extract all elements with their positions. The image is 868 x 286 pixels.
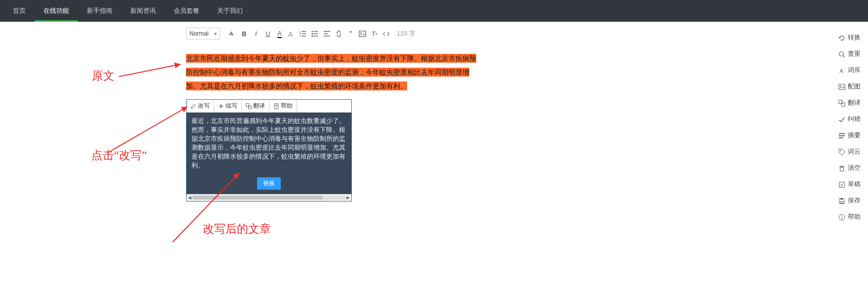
list-icon: [838, 132, 845, 139]
svg-point-33: [840, 150, 841, 151]
svg-rect-2: [302, 31, 306, 31]
svg-rect-6: [302, 36, 306, 36]
nav-membership[interactable]: 会员套餐: [165, 0, 208, 22]
svg-point-27: [840, 85, 841, 86]
code-icon[interactable]: [381, 28, 392, 39]
svg-rect-13: [324, 31, 330, 31]
trash-icon: [838, 165, 845, 172]
refresh-icon: [838, 35, 845, 41]
side-correct[interactable]: 纠错: [834, 111, 868, 127]
scroll-right-icon[interactable]: ▶: [346, 195, 350, 200]
popup-toolbar: 改写 续写 翻译 帮助: [187, 100, 351, 113]
nav-online-tools[interactable]: 在线功能: [35, 0, 78, 22]
side-draft[interactable]: 草稿: [834, 176, 868, 193]
side-clear[interactable]: 清空: [834, 160, 868, 176]
bold-icon[interactable]: B: [239, 28, 250, 39]
side-convert[interactable]: 转换: [834, 30, 868, 46]
annotation-original: 原文: [92, 68, 114, 83]
svg-text:A: A: [229, 31, 233, 37]
replace-button[interactable]: 替换: [257, 177, 281, 190]
link-icon[interactable]: [334, 28, 344, 39]
popup-action-continue[interactable]: 续写: [214, 100, 242, 112]
tag-icon: [838, 149, 845, 156]
underline-icon[interactable]: U: [263, 28, 273, 39]
align-icon[interactable]: [322, 28, 333, 39]
side-lexicon[interactable]: A词库: [834, 62, 868, 79]
format-select[interactable]: Normal: [186, 28, 220, 40]
italic-icon[interactable]: I: [251, 28, 262, 39]
ordered-list-icon[interactable]: 123: [298, 28, 309, 39]
svg-text:A: A: [839, 68, 844, 74]
image-icon: [838, 83, 845, 90]
svg-rect-19: [248, 106, 251, 109]
svg-text:?: ?: [841, 215, 843, 220]
nav-news[interactable]: 新闻资讯: [121, 0, 165, 22]
svg-rect-38: [840, 201, 843, 203]
nav-home[interactable]: 首页: [4, 0, 35, 22]
svg-line-42: [119, 64, 181, 77]
scroll-left-icon[interactable]: ◀: [188, 195, 191, 200]
font-color-icon[interactable]: A: [274, 28, 285, 39]
svg-rect-39: [840, 198, 842, 200]
quote-icon[interactable]: ”: [345, 28, 356, 39]
svg-rect-34: [840, 167, 844, 171]
svg-rect-28: [839, 100, 842, 103]
side-help[interactable]: ?帮助: [834, 209, 868, 225]
image-icon[interactable]: [357, 28, 368, 39]
highlighted-text[interactable]: 北京市民近期感觉到今年夏天的蚊虫少了，但事实上，蚊虫密度并没有下降。根据北京市疾…: [186, 54, 476, 90]
nav-guide[interactable]: 新手指南: [78, 0, 121, 22]
annotation-rewritten: 改写后的文章: [203, 221, 271, 237]
nav-about[interactable]: 关于我们: [208, 0, 252, 22]
top-nav: 首页 在线功能 新手指南 新闻资讯 会员套餐 关于我们: [0, 0, 868, 22]
editor-content[interactable]: 北京市民近期感觉到今年夏天的蚊虫少了，但事实上，蚊虫密度并没有下降。根据北京市疾…: [186, 51, 482, 93]
svg-rect-15: [324, 36, 330, 36]
side-translate[interactable]: 翻译: [834, 95, 868, 111]
svg-rect-32: [839, 137, 843, 138]
popup-scrollbar[interactable]: ◀ ▶: [187, 194, 351, 201]
side-summary[interactable]: 摘要: [834, 127, 868, 144]
svg-point-23: [839, 51, 844, 56]
side-wordcloud[interactable]: 词云: [834, 144, 868, 160]
popup-action-translate[interactable]: 翻译: [242, 100, 269, 112]
svg-rect-12: [314, 36, 318, 36]
rewrite-popup: 改写 续写 翻译 帮助 最近，北京市民普遍感到今年夏天的蚊虫数量减少了。然而，事…: [186, 99, 352, 202]
svg-rect-30: [839, 133, 845, 134]
popup-action-rewrite[interactable]: 改写: [187, 100, 214, 112]
svg-rect-4: [302, 33, 306, 34]
svg-line-24: [843, 55, 845, 57]
popup-label: 帮助: [281, 102, 293, 110]
strikethrough-icon[interactable]: A: [227, 28, 238, 39]
bullet-list-icon[interactable]: [310, 28, 321, 39]
right-sidebar: 转换 查重 A词库 配图 翻译 纠错 摘要 词云 清空 草稿 保存 ?帮助: [834, 30, 868, 225]
plus-icon: [218, 103, 224, 109]
popup-action-help[interactable]: 帮助: [269, 100, 297, 112]
doc-icon: [273, 103, 279, 109]
svg-rect-31: [839, 135, 845, 136]
font-icon: A: [838, 67, 845, 74]
translate-icon: [838, 100, 845, 107]
edit-icon: [838, 181, 845, 188]
side-plagiarism[interactable]: 查重: [834, 46, 868, 62]
svg-rect-18: [246, 103, 249, 106]
side-save[interactable]: 保存: [834, 193, 868, 209]
save-icon: [838, 198, 845, 204]
clear-format-icon[interactable]: Tx: [369, 28, 380, 39]
svg-rect-10: [314, 33, 318, 34]
popup-label: 翻译: [253, 102, 265, 110]
side-image[interactable]: 配图: [834, 79, 868, 95]
annotation-click-rewrite: 点击“改写”: [91, 148, 147, 163]
highlight-icon[interactable]: [286, 28, 297, 39]
editor-toolbar: Normal A B I U A 123 ” Tx 115 字: [186, 28, 415, 40]
svg-point-17: [361, 32, 362, 33]
popup-label: 改写: [198, 102, 210, 110]
arrow-2: [105, 104, 193, 158]
pencil-icon: [190, 103, 196, 109]
svg-point-7: [312, 31, 313, 32]
scroll-thumb[interactable]: [192, 196, 323, 200]
arrow-1: [116, 59, 186, 84]
svg-rect-14: [324, 33, 328, 34]
svg-point-11: [312, 35, 313, 37]
svg-rect-8: [314, 31, 318, 31]
check-icon: [838, 116, 845, 123]
svg-rect-29: [841, 103, 845, 106]
